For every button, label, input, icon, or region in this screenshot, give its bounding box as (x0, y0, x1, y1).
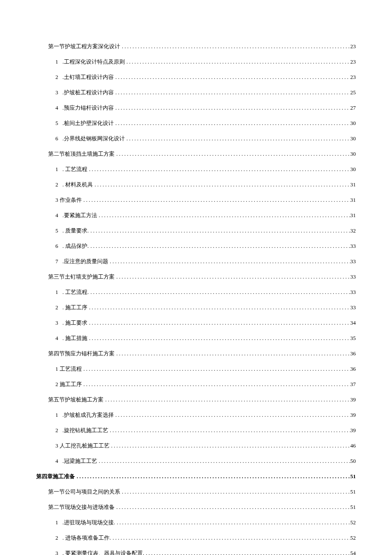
toc-entry[interactable]: 6. 成品保护.33 (36, 242, 356, 250)
toc-entry[interactable]: 5.桩间土护壁深化设计30 (36, 119, 356, 127)
toc-entry[interactable]: 第四章施工准备51 (36, 473, 356, 480)
toc-entry[interactable]: 第四节预应力锚杆施工方案36 (36, 350, 356, 357)
toc-leader-dots (114, 89, 350, 96)
toc-leader-dots (89, 243, 350, 250)
toc-entry[interactable]: 5. 质量要求.32 (36, 227, 356, 235)
toc-leader-dots (125, 58, 350, 65)
toc-entry[interactable]: 3 人工挖孔桩施工工艺46 (36, 442, 356, 450)
toc-page-number: 31 (350, 197, 356, 203)
toc-entry[interactable]: 第二节现场交接与进场准备51 (36, 503, 356, 511)
toc-entry-text: . 成品保护. (63, 242, 89, 250)
toc-page-number: 33 (350, 273, 356, 280)
toc-leader-dots (115, 519, 350, 526)
toc-leader-dots (87, 166, 350, 173)
toc-entry-text: .冠梁施工工艺 (63, 457, 97, 465)
toc-page-number: 23 (350, 43, 356, 50)
toc-entry[interactable]: 6.分界线处钢板网深化设计30 (36, 135, 356, 142)
toc-entry-text: 第四节预应力锚杆施工方案 (48, 350, 115, 357)
toc-entry-number: 1 (55, 166, 63, 173)
toc-leader-dots (93, 181, 350, 188)
toc-entry-text: 第二节现场交接与进场准备 (48, 503, 115, 511)
toc-entry[interactable]: 1.工程深化设计特点及原则23 (36, 58, 356, 66)
toc-page-number: 23 (350, 58, 356, 65)
toc-leader-dots (120, 43, 350, 50)
toc-entry[interactable]: 第一节护坡工程方案深化设计23 (36, 43, 356, 50)
toc-entry[interactable]: 1. 工艺流程.33 (36, 288, 356, 296)
toc-entry-number: 3 (55, 550, 63, 555)
toc-page-number: 35 (350, 335, 356, 342)
toc-entry[interactable]: 1.护坡桩成孔方案选择39 (36, 411, 356, 419)
toc-entry-number: 2 (55, 181, 63, 188)
toc-leader-dots (115, 350, 350, 357)
toc-entry-text: .护坡桩工程设计内容 (63, 89, 114, 96)
toc-leader-dots (125, 135, 350, 142)
toc-entry[interactable]: 3. 施工要求34 (36, 319, 356, 327)
toc-entry[interactable]: 1. 工艺流程30 (36, 166, 356, 173)
toc-leader-dots (115, 273, 350, 280)
toc-leader-dots (120, 488, 350, 495)
toc-leader-dots (89, 289, 350, 296)
toc-entry[interactable]: 第二节桩顶挡土墙施工方案30 (36, 150, 356, 158)
toc-entry[interactable]: 2. 进场各项准备工作.52 (36, 534, 356, 542)
toc-entry-text: 3 作业条件 (55, 196, 82, 204)
toc-entry-text: .应注意的质量问题 (63, 258, 108, 265)
toc-entry-number: 6 (55, 135, 63, 142)
toc-entry-number: 2 (55, 535, 63, 541)
toc-entry[interactable]: 2.土钉墙工程设计内容23 (36, 73, 356, 81)
table-of-contents: 第一节护坡工程方案深化设计231.工程深化设计特点及原则232.土钉墙工程设计内… (36, 43, 356, 555)
toc-entry[interactable]: 3. 要紧测量仪表、器具与设备配置.54 (36, 549, 356, 555)
toc-entry-number: 5 (55, 120, 63, 127)
toc-entry-number: 6 (55, 243, 63, 250)
toc-entry-text: . 施工措施 (63, 334, 88, 342)
toc-entry[interactable]: 4.预应力锚杆设计内容27 (36, 104, 356, 112)
toc-entry-text: 1 工艺流程 (55, 365, 82, 373)
toc-entry-text: .进驻现场与现场交接. (63, 519, 115, 526)
toc-entry-number: 3 (55, 320, 63, 326)
toc-entry-text: . 施工要求 (63, 319, 88, 327)
toc-page-number: 23 (350, 74, 356, 81)
toc-leader-dots (87, 320, 350, 326)
toc-entry[interactable]: 第五节护坡桩施工方案39 (36, 396, 356, 404)
toc-entry-number: 1 (55, 412, 63, 418)
toc-entry[interactable]: 4.冠梁施工工艺50 (36, 457, 356, 465)
toc-entry-number: 1 (55, 519, 63, 526)
toc-page-number: 30 (350, 151, 356, 157)
toc-entry-number: 2 (55, 427, 63, 434)
toc-page-number: 52 (350, 535, 356, 541)
toc-entry-text: . 材料及机具 (63, 181, 93, 189)
toc-entry[interactable]: 第三节土钉墙支护施工方案33 (36, 273, 356, 281)
toc-entry[interactable]: 4. 施工措施35 (36, 334, 356, 342)
toc-page-number: 33 (350, 289, 356, 296)
toc-entry-text: . 施工工序 (63, 304, 88, 311)
toc-page-number: 30 (350, 135, 356, 142)
toc-leader-dots (87, 335, 350, 342)
toc-entry[interactable]: 7.应注意的质量问题33 (36, 258, 356, 265)
toc-entry[interactable]: 1 工艺流程36 (36, 365, 356, 373)
toc-entry-text: .护坡桩成孔方案选择 (63, 411, 114, 419)
toc-entry-number: 5 (55, 227, 63, 234)
toc-page-number: 36 (350, 366, 356, 372)
toc-leader-dots (75, 473, 350, 480)
toc-entry[interactable]: 第一节公司与项目之间的关系51 (36, 488, 356, 496)
toc-leader-dots (97, 458, 350, 465)
toc-leader-dots (115, 151, 350, 157)
toc-entry[interactable]: 2 施工工序37 (36, 381, 356, 388)
toc-entry[interactable]: 4.要紧施工方法31 (36, 212, 356, 219)
toc-page-number: 31 (350, 212, 356, 219)
toc-entry-text: . 工艺流程 (63, 166, 88, 173)
toc-entry[interactable]: 2.旋挖钻机施工工艺39 (36, 427, 356, 434)
toc-leader-dots (114, 120, 350, 127)
toc-page-number: 32 (350, 227, 356, 234)
toc-page-number: 39 (350, 396, 356, 403)
toc-entry-text: . 要紧测量仪表、器具与设备配置. (63, 549, 144, 555)
toc-page-number: 31 (350, 181, 356, 188)
toc-entry[interactable]: 2. 施工工序33 (36, 304, 356, 311)
toc-entry[interactable]: 3 作业条件31 (36, 196, 356, 204)
toc-page-number: 54 (350, 550, 356, 555)
toc-entry[interactable]: 3.护坡桩工程设计内容25 (36, 89, 356, 96)
toc-entry[interactable]: 2. 材料及机具31 (36, 181, 356, 189)
toc-entry-number: 4 (55, 212, 63, 219)
toc-entry[interactable]: 1.进驻现场与现场交接.52 (36, 519, 356, 526)
toc-entry-text: .预应力锚杆设计内容 (63, 104, 114, 112)
toc-entry-number: 7 (55, 258, 63, 265)
